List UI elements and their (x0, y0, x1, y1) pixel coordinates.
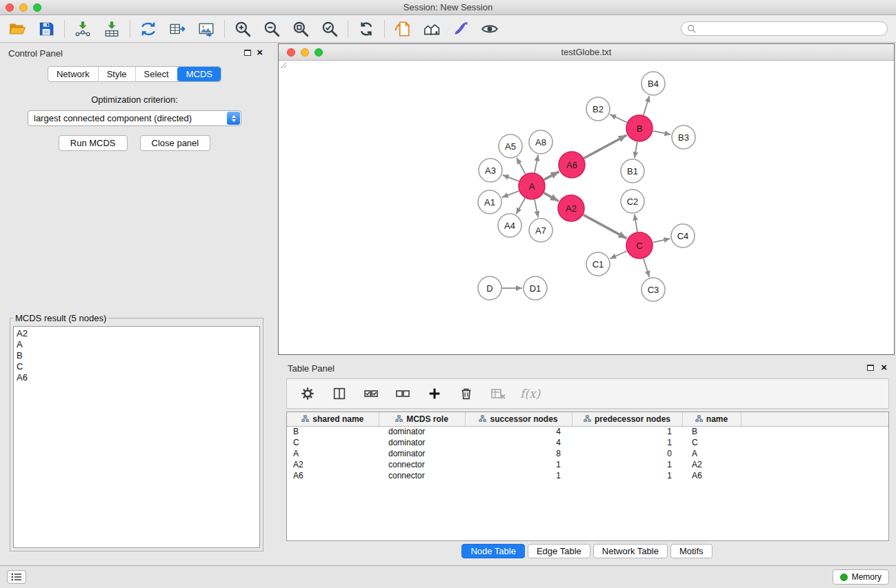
column-header[interactable]: predecessor nodes (572, 412, 682, 426)
result-item[interactable]: B (17, 350, 257, 361)
network-node-B4[interactable]: B4 (641, 72, 665, 95)
network-edge-A-A2[interactable] (544, 193, 558, 201)
zoom-selected-button[interactable] (318, 17, 341, 41)
tab-style[interactable]: Style (98, 67, 135, 81)
apply-style-button[interactable] (449, 17, 472, 41)
tab-motifs[interactable]: Motifs (670, 544, 713, 558)
table-row[interactable]: A2connector11A2 (287, 459, 888, 470)
network-node-B1[interactable]: B1 (621, 159, 644, 183)
select-all-columns-button[interactable] (361, 384, 381, 403)
zoom-out-button[interactable] (260, 17, 283, 41)
network-edge-B-B3[interactable] (653, 131, 671, 134)
network-edge-C-C2[interactable] (635, 214, 637, 232)
network-node-B2[interactable]: B2 (586, 97, 610, 121)
close-panel-icon[interactable]: × (257, 46, 263, 59)
network-node-C4[interactable]: C4 (671, 224, 695, 247)
table-row[interactable]: Adominator80A (287, 448, 888, 459)
network-node-A8[interactable]: A8 (529, 130, 552, 154)
open-session-button[interactable] (6, 17, 29, 41)
network-edge-C-C1[interactable] (610, 251, 626, 258)
column-header[interactable]: name (682, 412, 741, 426)
network-node-A7[interactable]: A7 (529, 219, 552, 242)
zoom-fit-button[interactable] (289, 17, 312, 41)
import-table-button[interactable] (100, 17, 123, 41)
result-item[interactable]: C (17, 361, 257, 372)
network-node-C1[interactable]: C1 (586, 252, 610, 276)
run-mcds-button[interactable]: Run MCDS (59, 135, 128, 151)
network-edge-C-C3[interactable] (644, 258, 649, 277)
network-node-D1[interactable]: D1 (524, 276, 547, 300)
search-input[interactable] (700, 23, 882, 34)
float-panel-icon[interactable] (244, 50, 251, 56)
network-node-B[interactable]: B (626, 115, 653, 141)
column-header[interactable]: MCDS role (379, 412, 465, 426)
create-column-button[interactable] (425, 384, 444, 403)
network-edge-A-A4[interactable] (516, 198, 525, 214)
search-field[interactable] (681, 21, 888, 36)
network-node-A[interactable]: A (519, 173, 545, 199)
tab-node-table[interactable]: Node Table (461, 544, 525, 558)
network-edge-A6-B[interactable] (584, 135, 627, 158)
network-edge-A-A1[interactable] (502, 191, 519, 197)
function-builder-button[interactable]: f(x) (520, 387, 540, 401)
delete-column-button[interactable] (457, 384, 476, 403)
tab-network[interactable]: Network (48, 67, 98, 81)
result-item[interactable]: A6 (17, 372, 257, 383)
network-edge-A-A3[interactable] (503, 175, 519, 181)
tab-network-table[interactable]: Network Table (593, 544, 668, 558)
network-edge-B-B1[interactable] (635, 142, 637, 158)
export-network-button[interactable] (137, 17, 160, 41)
network-edge-C-C4[interactable] (653, 239, 670, 243)
task-history-button[interactable] (7, 570, 26, 584)
network-edge-B-B2[interactable] (610, 114, 627, 123)
network-node-C[interactable]: C (626, 232, 653, 258)
save-session-button[interactable] (34, 17, 58, 41)
table-settings-button[interactable] (298, 384, 317, 403)
network-node-A5[interactable]: A5 (499, 134, 522, 158)
network-node-A6[interactable]: A6 (559, 152, 585, 178)
resize-grip[interactable] (279, 61, 287, 69)
network-edge-A2-C[interactable] (584, 215, 627, 239)
network-edge-A-A6[interactable] (544, 172, 559, 180)
column-header[interactable]: shared name (287, 412, 379, 426)
close-table-panel-icon[interactable]: × (881, 361, 887, 374)
criterion-select[interactable]: largest connected component (directed) (28, 110, 241, 126)
network-node-B3[interactable]: B3 (672, 125, 695, 149)
table-row[interactable]: Cdominator41C (287, 437, 888, 448)
page-button[interactable] (391, 17, 415, 41)
network-node-A1[interactable]: A1 (478, 190, 501, 214)
network-edge-B-B4[interactable] (644, 96, 650, 115)
network-overview-button[interactable] (420, 17, 444, 41)
network-edge-A-A8[interactable] (535, 155, 538, 173)
float-table-panel-icon[interactable] (867, 365, 874, 371)
import-network-button[interactable] (71, 17, 94, 41)
mcds-result-list[interactable]: A2ABCA6 (13, 326, 260, 548)
show-graphics-details-button[interactable] (478, 17, 501, 41)
tab-select[interactable]: Select (135, 67, 177, 81)
close-panel-button[interactable]: Close panel (140, 135, 211, 151)
result-item[interactable]: A (17, 339, 257, 350)
export-table-button[interactable] (166, 17, 189, 41)
delete-table-button[interactable] (488, 384, 508, 403)
show-columns-button[interactable] (330, 384, 349, 403)
refresh-network-button[interactable] (355, 17, 378, 41)
network-canvas[interactable]: B4B2BB3A5A8A6A3AB1A1A2C2A4A7C4CC1DD1C3 (279, 61, 894, 354)
export-image-button[interactable] (195, 17, 218, 41)
tab-mcds[interactable]: MCDS (177, 67, 221, 81)
memory-button[interactable]: Memory (833, 569, 889, 585)
network-edge-A-A5[interactable] (517, 158, 526, 174)
network-node-A3[interactable]: A3 (479, 159, 502, 182)
column-header[interactable]: successor nodes (465, 412, 572, 426)
network-edge-A-A7[interactable] (535, 200, 538, 218)
zoom-in-button[interactable] (231, 17, 255, 41)
network-node-D[interactable]: D (478, 276, 501, 300)
network-node-C2[interactable]: C2 (621, 190, 644, 213)
unselect-all-columns-button[interactable] (393, 384, 412, 403)
table-row[interactable]: A6connector11A6 (287, 470, 888, 481)
network-node-C3[interactable]: C3 (641, 278, 665, 301)
network-node-A4[interactable]: A4 (498, 214, 521, 237)
network-node-A2[interactable]: A2 (558, 195, 584, 221)
tab-edge-table[interactable]: Edge Table (528, 544, 590, 558)
result-item[interactable]: A2 (17, 328, 257, 339)
table-row[interactable]: Bdominator41B (287, 426, 888, 437)
